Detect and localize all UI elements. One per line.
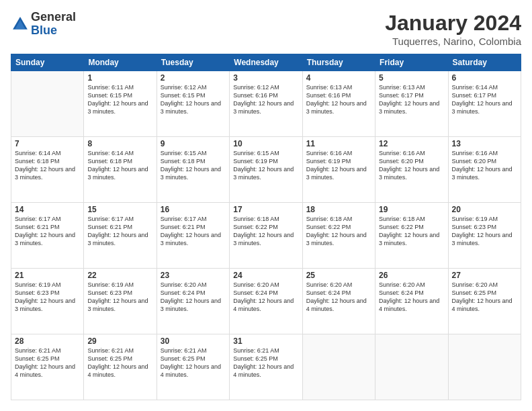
day-info: Sunrise: 6:13 AMSunset: 6:17 PMDaylight:…: [379, 84, 439, 115]
calendar-cell: 8Sunrise: 6:14 AMSunset: 6:18 PMDaylight…: [84, 137, 157, 203]
weekday-header-thursday: Thursday: [302, 54, 375, 71]
calendar-cell: 19Sunrise: 6:18 AMSunset: 6:22 PMDayligh…: [375, 203, 448, 269]
logo-icon: [11, 15, 30, 34]
weekday-header-friday: Friday: [375, 54, 448, 71]
calendar: SundayMondayTuesdayWednesdayThursdayFrid…: [11, 54, 521, 400]
calendar-cell: 27Sunrise: 6:20 AMSunset: 6:25 PMDayligh…: [448, 269, 521, 334]
calendar-cell: 21Sunrise: 6:19 AMSunset: 6:23 PMDayligh…: [11, 269, 84, 334]
calendar-cell: 9Sunrise: 6:15 AMSunset: 6:18 PMDaylight…: [157, 137, 229, 203]
day-info: Sunrise: 6:13 AMSunset: 6:16 PMDaylight:…: [306, 84, 367, 115]
day-info: Sunrise: 6:20 AMSunset: 6:24 PMDaylight:…: [379, 281, 439, 312]
calendar-cell: [302, 334, 375, 400]
day-number: 26: [379, 271, 444, 280]
day-info: Sunrise: 6:20 AMSunset: 6:24 PMDaylight:…: [233, 281, 294, 312]
day-info: Sunrise: 6:20 AMSunset: 6:24 PMDaylight:…: [306, 281, 367, 312]
page: General Blue January 2024 Tuquerres, Nar…: [0, 0, 532, 411]
day-info: Sunrise: 6:20 AMSunset: 6:24 PMDaylight:…: [161, 281, 221, 312]
day-number: 17: [233, 205, 298, 214]
header: General Blue January 2024 Tuquerres, Nar…: [11, 11, 521, 47]
day-number: 24: [233, 271, 298, 280]
day-info: Sunrise: 6:21 AMSunset: 6:25 PMDaylight:…: [87, 347, 148, 378]
weekday-header-saturday: Saturday: [448, 54, 521, 71]
weekday-header-sunday: Sunday: [11, 54, 84, 71]
calendar-cell: 15Sunrise: 6:17 AMSunset: 6:21 PMDayligh…: [84, 203, 157, 269]
week-row-5: 28Sunrise: 6:21 AMSunset: 6:25 PMDayligh…: [11, 334, 521, 400]
day-info: Sunrise: 6:14 AMSunset: 6:17 PMDaylight:…: [452, 84, 513, 115]
week-row-2: 7Sunrise: 6:14 AMSunset: 6:18 PMDaylight…: [11, 137, 521, 203]
calendar-cell: 20Sunrise: 6:19 AMSunset: 6:23 PMDayligh…: [448, 203, 521, 269]
title-block: January 2024 Tuquerres, Narino, Colombia: [385, 11, 521, 47]
calendar-cell: 3Sunrise: 6:12 AMSunset: 6:16 PMDaylight…: [230, 71, 302, 137]
day-info: Sunrise: 6:20 AMSunset: 6:25 PMDaylight:…: [452, 281, 513, 312]
day-number: 3: [233, 73, 298, 83]
day-number: 5: [379, 73, 444, 83]
day-info: Sunrise: 6:19 AMSunset: 6:23 PMDaylight:…: [87, 281, 148, 312]
calendar-cell: 31Sunrise: 6:21 AMSunset: 6:25 PMDayligh…: [230, 334, 302, 400]
weekday-header-tuesday: Tuesday: [157, 54, 229, 71]
day-info: Sunrise: 6:15 AMSunset: 6:19 PMDaylight:…: [233, 150, 294, 181]
logo: General Blue: [11, 11, 76, 38]
day-number: 22: [87, 271, 152, 280]
calendar-cell: 26Sunrise: 6:20 AMSunset: 6:24 PMDayligh…: [375, 269, 448, 334]
day-number: 6: [452, 73, 517, 83]
day-info: Sunrise: 6:21 AMSunset: 6:25 PMDaylight:…: [15, 347, 75, 378]
day-number: 16: [161, 205, 226, 214]
day-number: 11: [306, 139, 371, 148]
day-info: Sunrise: 6:14 AMSunset: 6:18 PMDaylight:…: [15, 150, 75, 181]
location-subtitle: Tuquerres, Narino, Colombia: [385, 36, 521, 47]
day-info: Sunrise: 6:17 AMSunset: 6:21 PMDaylight:…: [161, 216, 221, 246]
day-number: 25: [306, 271, 371, 280]
day-info: Sunrise: 6:12 AMSunset: 6:15 PMDaylight:…: [161, 84, 221, 115]
day-info: Sunrise: 6:16 AMSunset: 6:20 PMDaylight:…: [379, 150, 439, 181]
calendar-cell: 18Sunrise: 6:18 AMSunset: 6:22 PMDayligh…: [302, 203, 375, 269]
calendar-cell: 2Sunrise: 6:12 AMSunset: 6:15 PMDaylight…: [157, 71, 229, 137]
day-info: Sunrise: 6:21 AMSunset: 6:25 PMDaylight:…: [233, 347, 294, 378]
day-number: 2: [161, 73, 226, 83]
day-number: 28: [15, 336, 80, 346]
day-info: Sunrise: 6:15 AMSunset: 6:18 PMDaylight:…: [161, 150, 221, 181]
day-number: 13: [452, 139, 517, 148]
day-number: 9: [161, 139, 226, 148]
day-number: 14: [15, 205, 80, 214]
calendar-cell: [375, 334, 448, 400]
day-number: 31: [233, 336, 298, 346]
day-number: 1: [87, 73, 152, 83]
calendar-cell: 23Sunrise: 6:20 AMSunset: 6:24 PMDayligh…: [157, 269, 229, 334]
logo-general: General: [31, 11, 76, 24]
day-number: 29: [87, 336, 152, 346]
calendar-cell: 22Sunrise: 6:19 AMSunset: 6:23 PMDayligh…: [84, 269, 157, 334]
day-info: Sunrise: 6:16 AMSunset: 6:20 PMDaylight:…: [452, 150, 513, 181]
day-number: 4: [306, 73, 371, 83]
calendar-cell: 11Sunrise: 6:16 AMSunset: 6:19 PMDayligh…: [302, 137, 375, 203]
calendar-cell: 30Sunrise: 6:21 AMSunset: 6:25 PMDayligh…: [157, 334, 229, 400]
calendar-cell: 13Sunrise: 6:16 AMSunset: 6:20 PMDayligh…: [448, 137, 521, 203]
day-number: 12: [379, 139, 444, 148]
calendar-cell: 12Sunrise: 6:16 AMSunset: 6:20 PMDayligh…: [375, 137, 448, 203]
day-info: Sunrise: 6:17 AMSunset: 6:21 PMDaylight:…: [87, 216, 148, 246]
week-row-4: 21Sunrise: 6:19 AMSunset: 6:23 PMDayligh…: [11, 269, 521, 334]
calendar-cell: 16Sunrise: 6:17 AMSunset: 6:21 PMDayligh…: [157, 203, 229, 269]
day-info: Sunrise: 6:19 AMSunset: 6:23 PMDaylight:…: [452, 216, 513, 246]
week-row-3: 14Sunrise: 6:17 AMSunset: 6:21 PMDayligh…: [11, 203, 521, 269]
logo-text: General Blue: [31, 11, 76, 38]
day-info: Sunrise: 6:17 AMSunset: 6:21 PMDaylight:…: [15, 216, 75, 246]
day-number: 10: [233, 139, 298, 148]
day-number: 20: [452, 205, 517, 214]
calendar-cell: 6Sunrise: 6:14 AMSunset: 6:17 PMDaylight…: [448, 71, 521, 137]
weekday-header-monday: Monday: [84, 54, 157, 71]
calendar-cell: [448, 334, 521, 400]
day-number: 27: [452, 271, 517, 280]
day-info: Sunrise: 6:18 AMSunset: 6:22 PMDaylight:…: [233, 216, 294, 246]
day-info: Sunrise: 6:18 AMSunset: 6:22 PMDaylight:…: [306, 216, 367, 246]
calendar-cell: [11, 71, 84, 137]
day-info: Sunrise: 6:18 AMSunset: 6:22 PMDaylight:…: [379, 216, 439, 246]
day-number: 19: [379, 205, 444, 214]
month-title: January 2024: [385, 11, 521, 36]
calendar-cell: 24Sunrise: 6:20 AMSunset: 6:24 PMDayligh…: [230, 269, 302, 334]
day-number: 15: [87, 205, 152, 214]
calendar-cell: 7Sunrise: 6:14 AMSunset: 6:18 PMDaylight…: [11, 137, 84, 203]
day-number: 21: [15, 271, 80, 280]
day-info: Sunrise: 6:16 AMSunset: 6:19 PMDaylight:…: [306, 150, 367, 181]
day-info: Sunrise: 6:14 AMSunset: 6:18 PMDaylight:…: [87, 150, 148, 181]
calendar-cell: 5Sunrise: 6:13 AMSunset: 6:17 PMDaylight…: [375, 71, 448, 137]
